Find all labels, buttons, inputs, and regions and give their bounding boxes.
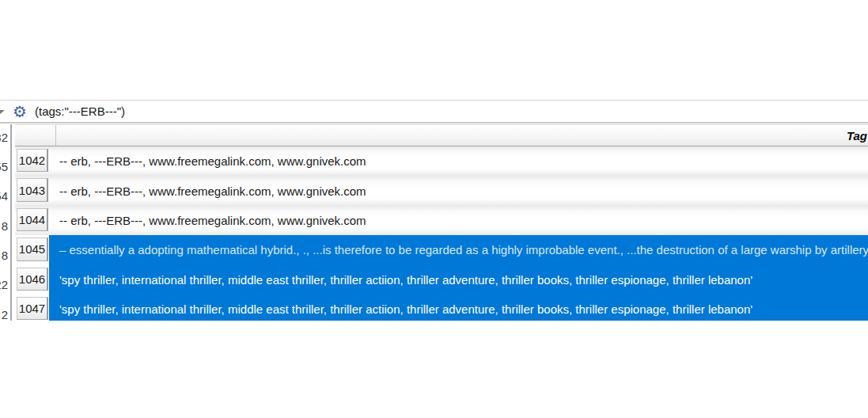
- table-row[interactable]: 1047 'spy thriller, international thrill…: [15, 294, 868, 321]
- dropdown-arrow-icon[interactable]: [0, 110, 5, 114]
- clipped-number: 32: [0, 130, 8, 145]
- clipped-number: 8: [2, 248, 8, 263]
- column-header-tag[interactable]: Tag: [56, 125, 868, 146]
- row-header-column: 1045: [15, 235, 49, 264]
- tag-cell[interactable]: 'spy thriller, international thriller, m…: [49, 265, 868, 294]
- clipped-number: 2: [2, 307, 8, 321]
- table-row[interactable]: 1046 'spy thriller, international thrill…: [15, 265, 868, 294]
- table-row[interactable]: 1043 -- erb, ---ERB---, www.freemegalink…: [15, 176, 868, 205]
- row-number-cell[interactable]: 1044: [17, 208, 48, 231]
- tag-cell[interactable]: -- erb, ---ERB---, www.freemegalink.com,…: [49, 206, 868, 235]
- results-grid: Tag 1042 -- erb, ---ERB---, www.freemega…: [15, 124, 868, 321]
- filter-toolbar: ⚙ (tags:"---ERB---"): [0, 100, 868, 124]
- row-header-column: 1046: [15, 265, 49, 294]
- dropdown-arrow-clip: [0, 101, 6, 122]
- row-number-cell[interactable]: 1046: [17, 268, 48, 291]
- row-header-column: 1042: [15, 146, 49, 176]
- row-header-column: 1047: [15, 294, 49, 321]
- window-left-border: [10, 124, 12, 321]
- filter-query-text[interactable]: (tags:"---ERB---"): [35, 104, 125, 118]
- row-header-column: 1044: [15, 206, 49, 235]
- clipped-number: 22: [0, 277, 8, 292]
- clipped-left-number-column: 32 55 54 8 8 22 2: [0, 124, 9, 321]
- settings-gear-icon[interactable]: ⚙: [9, 101, 30, 122]
- table-row[interactable]: 1042 -- erb, ---ERB---, www.freemegalink…: [15, 146, 868, 176]
- row-number-cell[interactable]: 1045: [17, 238, 48, 260]
- window-blank-area: [0, 0, 868, 100]
- clipped-number: 55: [0, 159, 8, 174]
- grid-header-row: Tag: [15, 124, 868, 146]
- grid-corner-header[interactable]: [15, 125, 56, 146]
- tag-cell[interactable]: -- erb, ---ERB---, www.freemegalink.com,…: [49, 146, 868, 176]
- tag-cell[interactable]: -- erb, ---ERB---, www.freemegalink.com,…: [49, 176, 868, 205]
- clipped-number: 54: [0, 188, 8, 203]
- window-blank-area-bottom: [0, 321, 868, 418]
- table-row[interactable]: 1044 -- erb, ---ERB---, www.freemegalink…: [15, 206, 868, 235]
- clipped-number: 8: [2, 218, 8, 234]
- row-header-column: 1043: [15, 176, 49, 205]
- row-number-cell[interactable]: 1042: [17, 149, 48, 172]
- row-number-cell[interactable]: 1043: [17, 178, 48, 201]
- row-number-cell[interactable]: 1047: [17, 297, 48, 320]
- table-row[interactable]: 1045 – essentially a adopting mathematic…: [15, 235, 868, 264]
- tag-cell[interactable]: 'spy thriller, international thriller, m…: [49, 294, 868, 321]
- tag-cell[interactable]: – essentially a adopting mathematical hy…: [49, 235, 868, 264]
- grid-body: 1042 -- erb, ---ERB---, www.freemegalink…: [15, 146, 868, 321]
